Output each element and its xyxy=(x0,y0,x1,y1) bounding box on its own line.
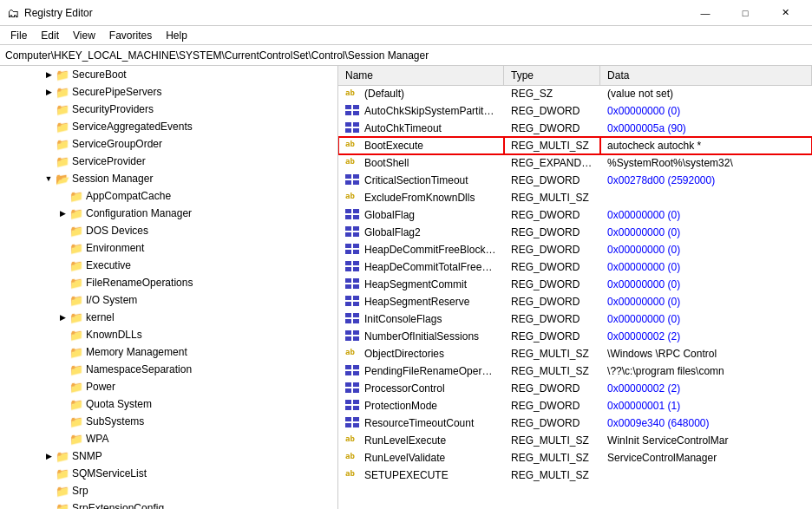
table-row[interactable]: abBootShellREG_EXPAND_SZ%SystemRoot%\sys… xyxy=(338,154,812,172)
svg-rect-7 xyxy=(353,128,359,133)
tree-expand-icon[interactable] xyxy=(42,120,56,134)
tree-expand-icon[interactable] xyxy=(42,501,56,509)
table-row[interactable]: ProcessorControlREG_DWORD0x00000002 (2) xyxy=(338,380,812,397)
table-row[interactable]: HeapSegmentCommitREG_DWORD0x00000000 (0) xyxy=(338,276,812,293)
table-row[interactable]: HeapDeCommitFreeBlockThresholdREG_DWORD0… xyxy=(338,241,812,258)
minimize-button[interactable]: — xyxy=(685,0,725,26)
tree-expand-icon[interactable] xyxy=(56,432,69,446)
table-row[interactable]: CriticalSectionTimeoutREG_DWORD0x00278d0… xyxy=(338,172,812,189)
tree-item-securepipeservers[interactable]: ▶📁SecurePipeServers xyxy=(0,83,337,101)
tree-expand-icon[interactable] xyxy=(42,484,56,498)
tree-item-filerenameoperations[interactable]: 📁FileRenameOperations xyxy=(0,274,337,291)
table-row[interactable]: abSETUPEXECUTEREG_MULTI_SZ xyxy=(338,467,812,484)
tree-expand-icon[interactable] xyxy=(42,137,56,151)
tree-expand-icon[interactable] xyxy=(56,258,69,272)
tree-expand-icon[interactable] xyxy=(56,414,69,428)
table-row[interactable]: InitConsoleFlagsREG_DWORD0x00000000 (0) xyxy=(338,310,812,328)
tree-expand-icon[interactable] xyxy=(56,241,69,255)
table-row[interactable]: NumberOfInitialSessionsREG_DWORD0x000000… xyxy=(338,328,812,345)
table-row[interactable]: abRunLevelValidateREG_MULTI_SZServiceCon… xyxy=(338,449,812,467)
folder-icon: 📁 xyxy=(69,415,83,428)
tree-expand-icon[interactable] xyxy=(56,189,69,203)
cell-name: GlobalFlag2 xyxy=(338,224,504,241)
table-row[interactable]: ProtectionModeREG_DWORD0x00000001 (1) xyxy=(338,397,812,414)
cell-type: REG_MULTI_SZ xyxy=(504,345,600,362)
menu-item-favorites[interactable]: Favorites xyxy=(102,26,159,44)
tree-expand-icon[interactable] xyxy=(56,397,69,411)
tree-expand-icon[interactable]: ▶ xyxy=(42,85,56,99)
tree-expand-icon[interactable] xyxy=(56,362,69,376)
tree-expand-icon[interactable] xyxy=(56,328,69,342)
tree-item-memorymanagement[interactable]: 📁Memory Management xyxy=(0,343,337,361)
table-row[interactable]: GlobalFlag2REG_DWORD0x00000000 (0) xyxy=(338,224,812,241)
tree-expand-icon[interactable] xyxy=(42,102,56,116)
tree-item-executive[interactable]: 📁Executive xyxy=(0,257,337,274)
table-row[interactable]: HeapDeCommitTotalFreeThresholdREG_DWORD0… xyxy=(338,258,812,276)
tree-expand-icon[interactable] xyxy=(56,345,69,359)
tree-expand-icon[interactable] xyxy=(56,224,69,238)
menu-item-view[interactable]: View xyxy=(66,26,102,44)
tree-expand-icon[interactable]: ▶ xyxy=(42,449,56,463)
cell-name: AutoChkTimeout xyxy=(338,120,504,137)
tree-item-secureboot[interactable]: ▶📁SecureBoot xyxy=(0,66,337,83)
tree-expand-icon[interactable] xyxy=(42,467,56,480)
tree-item-power[interactable]: 📁Power xyxy=(0,378,337,395)
table-row[interactable]: abRunLevelExecuteREG_MULTI_SZWinInit Ser… xyxy=(338,432,812,449)
menu-item-edit[interactable]: Edit xyxy=(34,26,66,44)
tree-expand-icon[interactable]: ▶ xyxy=(56,310,69,324)
tree-expand-icon[interactable] xyxy=(56,380,69,394)
cell-name-text: CriticalSectionTimeout xyxy=(364,174,468,186)
window-controls: — □ ✕ xyxy=(685,0,805,26)
close-button[interactable]: ✕ xyxy=(765,0,805,26)
tree-expand-icon[interactable] xyxy=(56,293,69,307)
folder-icon: 📁 xyxy=(56,103,69,116)
tree-item-sessionmanager[interactable]: ▼📂Session Manager xyxy=(0,170,337,187)
tree-item-subsystems[interactable]: 📁SubSystems xyxy=(0,413,337,430)
table-row[interactable]: AutoChkSkipSystemPartitionREG_DWORD0x000… xyxy=(338,102,812,120)
table-row[interactable]: AutoChkTimeoutREG_DWORD0x0000005a (90) xyxy=(338,120,812,137)
table-row[interactable]: ResourceTimeoutCountREG_DWORD0x0009e340 … xyxy=(338,414,812,432)
tree-item-quotasystem[interactable]: 📁Quota System xyxy=(0,395,337,413)
table-row[interactable]: ab(Default)REG_SZ(value not set) xyxy=(338,85,812,102)
tree-item-appcompatcache[interactable]: 📁AppCompatCache xyxy=(0,187,337,205)
svg-rect-11 xyxy=(353,180,359,185)
tree-item-serviceprovider[interactable]: 📁ServiceProvider xyxy=(0,153,337,170)
table-row[interactable]: abExcludeFromKnownDllsREG_MULTI_SZ xyxy=(338,189,812,206)
svg-rect-33 xyxy=(345,302,351,306)
menu-item-file[interactable]: File xyxy=(3,26,34,44)
tree-item-serviceaggregatedevents[interactable]: 📁ServiceAggregatedEvents xyxy=(0,118,337,135)
tree-item-dosdevices[interactable]: 📁DOS Devices xyxy=(0,222,337,239)
tree-item-configurationmanager[interactable]: ▶📁Configuration Manager xyxy=(0,205,337,222)
tree-item-srpextensionconfig[interactable]: 📁SrpExtensionConfig xyxy=(0,499,337,509)
tree-item-servicegrouporder[interactable]: 📁ServiceGroupOrder xyxy=(0,135,337,153)
tree-item-label: Configuration Manager xyxy=(86,207,192,219)
tree-item-securityproviders[interactable]: 📁SecurityProviders xyxy=(0,101,337,118)
table-row[interactable]: HeapSegmentReserveREG_DWORD0x00000000 (0… xyxy=(338,293,812,310)
tree-item-wpa[interactable]: 📁WPA xyxy=(0,430,337,447)
svg-rect-42 xyxy=(353,330,359,335)
menu-item-help[interactable]: Help xyxy=(159,26,194,44)
reg-value-icon xyxy=(345,278,361,290)
tree-item-namespaceseparation[interactable]: 📁NamespaceSeparation xyxy=(0,361,337,378)
table-row[interactable]: GlobalFlagREG_DWORD0x00000000 (0) xyxy=(338,206,812,224)
table-row[interactable]: abBootExecuteREG_MULTI_SZautocheck autoc… xyxy=(338,137,812,154)
tree-item-srp[interactable]: 📁Srp xyxy=(0,482,337,499)
tree-item-snmp[interactable]: ▶📁SNMP xyxy=(0,447,337,465)
tree-expand-icon[interactable]: ▶ xyxy=(42,68,56,82)
tree-item-sqmservicelist[interactable]: 📁SQMServiceList xyxy=(0,465,337,482)
cell-type: REG_DWORD xyxy=(504,206,600,224)
tree-expand-icon[interactable]: ▶ xyxy=(56,206,69,220)
tree-item-kernel[interactable]: ▶📁kernel xyxy=(0,309,337,326)
tree-expand-icon[interactable] xyxy=(56,276,69,290)
table-row[interactable]: abObjectDirectoriesREG_MULTI_SZ\Windows … xyxy=(338,345,812,362)
table-row[interactable]: PendingFileRenameOperationsREG_MULTI_SZ\… xyxy=(338,362,812,380)
tree-panel[interactable]: ▶📁SecureBoot▶📁SecurePipeServers📁Security… xyxy=(0,66,338,509)
reg-value-icon xyxy=(345,417,361,429)
tree-item-iosystem[interactable]: 📁I/O System xyxy=(0,291,337,309)
values-panel[interactable]: Name Type Data ab(Default)REG_SZ(value n… xyxy=(338,66,812,509)
maximize-button[interactable]: □ xyxy=(725,0,765,26)
tree-expand-icon[interactable] xyxy=(42,154,56,168)
tree-item-environment[interactable]: 📁Environment xyxy=(0,239,337,257)
tree-expand-icon[interactable]: ▼ xyxy=(42,172,56,186)
tree-item-knowndlls[interactable]: 📁KnownDLLs xyxy=(0,326,337,343)
